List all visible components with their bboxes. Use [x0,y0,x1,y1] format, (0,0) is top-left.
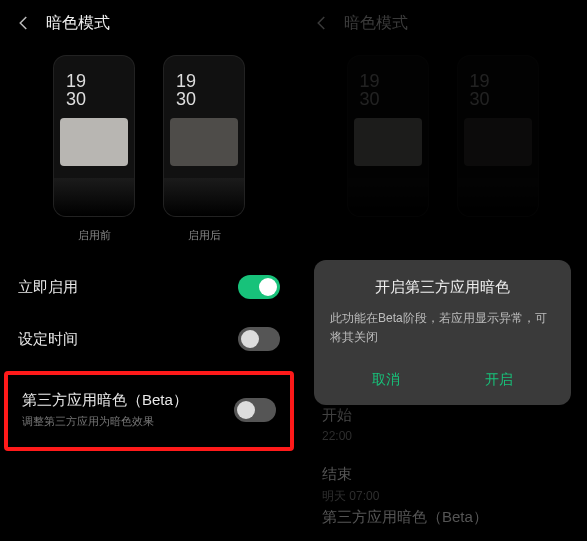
back-icon[interactable] [14,13,34,33]
dialog-actions: 取消 开启 [330,361,555,395]
page-title: 暗色模式 [46,13,110,34]
phone-mock-after: 19 30 [164,56,244,216]
highlight-box: 第三方应用暗色（Beta） 调整第三方应用为暗色效果 [4,371,294,451]
row-label: 设定时间 [18,330,78,349]
confirm-dialog: 开启第三方应用暗色 此功能在Beta阶段，若应用显示异常，可将其关闭 取消 开启 [314,260,571,405]
left-pane: 暗色模式 19 30 启用前 19 30 启用后 立即启用 设定时间 [0,0,298,541]
row-label: 立即启用 [18,278,78,297]
row-schedule[interactable]: 设定时间 [0,313,298,365]
caption-before: 启用前 [78,228,111,243]
phone-ground [54,178,134,216]
toggle-beta[interactable] [234,398,276,422]
row-enable-now[interactable]: 立即启用 [0,261,298,313]
phone-ground [164,178,244,216]
preview-before: 19 30 启用前 [54,56,134,243]
toggle-enable-now[interactable] [238,275,280,299]
phone-time: 19 30 [66,72,86,108]
row-text: 第三方应用暗色（Beta） 调整第三方应用为暗色效果 [22,391,188,429]
row-beta[interactable]: 第三方应用暗色（Beta） 调整第三方应用为暗色效果 [8,375,290,447]
preview-after: 19 30 启用后 [164,56,244,243]
cancel-button[interactable]: 取消 [330,361,443,395]
toggle-schedule[interactable] [238,327,280,351]
row-sublabel: 调整第三方应用为暗色效果 [22,414,188,429]
dialog-body: 此功能在Beta阶段，若应用显示异常，可将其关闭 [330,309,555,347]
phone-time: 19 30 [176,72,196,108]
phone-mock-before: 19 30 [54,56,134,216]
preview-row: 19 30 启用前 19 30 启用后 [0,46,298,247]
phone-widget [60,118,128,166]
dialog-title: 开启第三方应用暗色 [330,278,555,297]
right-pane: 暗色模式 19 30 19 30 开始 22:00 结束 明天 07:00 [298,0,587,541]
caption-after: 启用后 [188,228,221,243]
header: 暗色模式 [0,0,298,46]
phone-widget [170,118,238,166]
confirm-button[interactable]: 开启 [443,361,556,395]
row-label: 第三方应用暗色（Beta） [22,391,188,410]
settings-list: 立即启用 设定时间 第三方应用暗色（Beta） 调整第三方应用为暗色效果 [0,261,298,451]
